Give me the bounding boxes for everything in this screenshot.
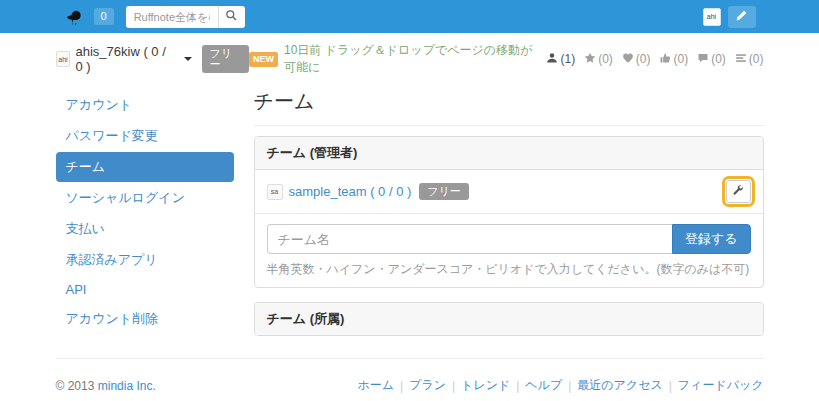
register-button[interactable]: 登録する [672,224,751,254]
comment-icon [697,52,709,67]
new-badge: NEW [249,52,278,67]
team-settings-button[interactable] [726,180,751,203]
list-icon [735,52,747,67]
page-footer: © 2013 mindia Inc. ホーム| プラン| トレンド| ヘルプ| … [56,359,764,394]
footer-link-feedback[interactable]: フィードバック [678,377,764,394]
account-avatar: ahi [56,51,71,67]
admin-panel-header: チーム (管理者) [255,137,763,170]
member-teams-panel: チーム (所属) [254,302,764,336]
footer-link-recent-access[interactable]: 最近のアクセス [577,377,662,394]
team-avatar[interactable]: sa [267,184,283,200]
sidebar-item-social-login[interactable]: ソーシャルログイン [56,183,234,213]
top-navbar: 0 ahi [0,0,819,33]
footer-links: ホーム| プラン| トレンド| ヘルプ| 最近のアクセス| フィードバック [357,377,763,394]
pencil-icon [735,9,748,25]
account-stats: (1) (0) (0) (0) (0) (0) [546,52,763,67]
team-link[interactable]: sample_team ( 0 / 0 ) [289,184,412,199]
search-input[interactable] [126,6,218,28]
sidebar-item-account[interactable]: アカウント [56,90,234,120]
heart-icon [622,52,634,67]
user-icon [546,52,558,67]
settings-sidebar: アカウント パスワード変更 チーム ソーシャルログイン 支払い 承認済みアプリ … [56,90,234,350]
news-link[interactable]: 10日前 ドラッグ＆ドロップでページの移動が可能に [284,42,534,76]
activity-stat[interactable]: (0) [735,52,764,67]
notification-count-badge[interactable]: 0 [94,8,114,25]
footer-link-plan[interactable]: プラン [409,377,446,394]
account-label: ahis_76kiw ( 0 / 0 ) [75,44,176,74]
team-plan-badge: フリー [419,183,469,200]
sidebar-item-password[interactable]: パスワード変更 [56,121,234,151]
team-name-input[interactable] [267,224,672,254]
copyright-text: © 2013 [56,379,95,393]
page-title: チーム [254,88,764,126]
search-button[interactable] [218,6,245,28]
members-stat[interactable]: (1) [546,52,575,67]
chevron-down-icon [184,57,192,61]
footer-link-help[interactable]: ヘルプ [525,377,562,394]
sidebar-item-authorized-apps[interactable]: 承認済みアプリ [56,245,234,275]
footer-link-home[interactable]: ホーム [357,377,394,394]
thumbs-up-icon [659,52,671,67]
create-team-form: 登録する 半角英数・ハイフン・アンダースコア・ピリオドで入力してください。(数字… [255,214,763,287]
wrench-icon [732,184,744,199]
new-page-button[interactable] [728,6,756,28]
sidebar-item-team[interactable]: チーム [56,152,234,182]
team-row: sa sample_team ( 0 / 0 ) フリー [255,170,763,214]
content-area: アカウント パスワード変更 チーム ソーシャルログイン 支払い 承認済みアプリ … [56,88,764,350]
comments-stat[interactable]: (0) [697,52,726,67]
team-name-help-text: 半角英数・ハイフン・アンダースコア・ピリオドで入力してください。(数字のみは不可… [267,261,751,278]
sidebar-item-api[interactable]: API [56,276,234,303]
account-dropdown[interactable]: ahi ahis_76kiw ( 0 / 0 ) [56,44,192,74]
user-bar: ahi ahis_76kiw ( 0 / 0 ) フリー NEW 10日前 ドラ… [56,33,764,76]
likes-stat[interactable]: (0) [659,52,688,67]
footer-link-trend[interactable]: トレンド [461,377,510,394]
sidebar-item-payment[interactable]: 支払い [56,214,234,244]
click-target-highlight [722,176,755,207]
plan-badge: フリー [202,45,249,73]
sidebar-item-delete-account[interactable]: アカウント削除 [56,304,234,334]
site-search [126,6,245,28]
member-panel-header: チーム (所属) [255,303,763,335]
stars-stat[interactable]: (0) [584,52,613,67]
user-avatar[interactable]: ahi [703,8,721,26]
company-link[interactable]: mindia Inc. [98,379,156,393]
search-icon [225,9,238,25]
star-icon [584,52,596,67]
ruffnote-bird-logo[interactable] [64,7,86,27]
main-panel: チーム チーム (管理者) sa sample_team ( 0 / 0 ) フ… [254,88,764,350]
admin-teams-panel: チーム (管理者) sa sample_team ( 0 / 0 ) フリー 登… [254,136,764,288]
hearts-stat[interactable]: (0) [622,52,651,67]
